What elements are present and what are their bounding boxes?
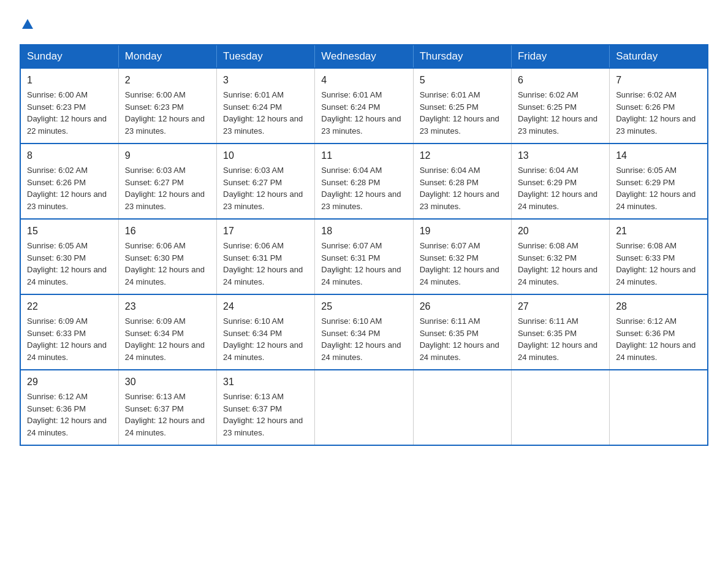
day-number: 10 [223,148,308,163]
day-info: Sunrise: 6:01 AMSunset: 6:24 PMDaylight:… [321,90,401,136]
calendar-day-cell: 20Sunrise: 6:08 AMSunset: 6:32 PMDayligh… [511,219,609,294]
day-info: Sunrise: 6:01 AMSunset: 6:25 PMDaylight:… [420,90,499,136]
day-number: 9 [125,148,210,163]
weekday-header-monday: Monday [118,45,216,68]
day-number: 8 [27,148,112,163]
day-info: Sunrise: 6:07 AMSunset: 6:32 PMDaylight:… [420,241,499,286]
weekday-header-tuesday: Tuesday [217,45,315,68]
weekday-header-row: SundayMondayTuesdayWednesdayThursdayFrid… [20,45,708,68]
day-info: Sunrise: 6:06 AMSunset: 6:31 PMDaylight:… [223,241,303,286]
weekday-header-saturday: Saturday [610,45,708,68]
day-number: 13 [518,148,603,163]
calendar-day-cell: 15Sunrise: 6:05 AMSunset: 6:30 PMDayligh… [20,219,118,294]
day-number: 1 [27,73,112,88]
weekday-header-friday: Friday [511,45,609,68]
calendar-day-cell: 26Sunrise: 6:11 AMSunset: 6:35 PMDayligh… [413,294,511,370]
empty-cell [511,370,609,445]
day-number: 15 [27,224,112,239]
day-number: 24 [223,299,308,314]
day-info: Sunrise: 6:10 AMSunset: 6:34 PMDaylight:… [321,316,401,362]
day-number: 21 [616,224,701,239]
day-info: Sunrise: 6:11 AMSunset: 6:35 PMDaylight:… [518,316,597,362]
day-info: Sunrise: 6:09 AMSunset: 6:33 PMDaylight:… [27,316,107,362]
day-info: Sunrise: 6:04 AMSunset: 6:28 PMDaylight:… [321,166,401,211]
day-info: Sunrise: 6:08 AMSunset: 6:33 PMDaylight:… [616,241,696,286]
day-number: 20 [518,224,603,239]
calendar-day-cell: 13Sunrise: 6:04 AMSunset: 6:29 PMDayligh… [511,144,609,219]
empty-cell [315,370,413,445]
day-info: Sunrise: 6:13 AMSunset: 6:37 PMDaylight:… [125,392,205,437]
day-number: 6 [518,73,603,88]
day-number: 16 [125,224,210,239]
calendar-day-cell: 3Sunrise: 6:01 AMSunset: 6:24 PMDaylight… [217,68,315,144]
calendar-day-cell: 9Sunrise: 6:03 AMSunset: 6:27 PMDaylight… [118,144,216,219]
svg-marker-0 [22,19,33,29]
calendar-day-cell: 1Sunrise: 6:00 AMSunset: 6:23 PMDaylight… [20,68,118,144]
weekday-header-sunday: Sunday [20,45,118,68]
day-number: 5 [420,73,505,88]
day-number: 25 [321,299,406,314]
day-info: Sunrise: 6:00 AMSunset: 6:23 PMDaylight:… [125,90,205,136]
calendar-day-cell: 5Sunrise: 6:01 AMSunset: 6:25 PMDaylight… [413,68,511,144]
day-info: Sunrise: 6:02 AMSunset: 6:25 PMDaylight:… [518,90,597,136]
calendar-day-cell: 27Sunrise: 6:11 AMSunset: 6:35 PMDayligh… [511,294,609,370]
calendar-day-cell: 16Sunrise: 6:06 AMSunset: 6:30 PMDayligh… [118,219,216,294]
calendar-day-cell: 23Sunrise: 6:09 AMSunset: 6:34 PMDayligh… [118,294,216,370]
calendar-day-cell: 6Sunrise: 6:02 AMSunset: 6:25 PMDaylight… [511,68,609,144]
calendar-day-cell: 7Sunrise: 6:02 AMSunset: 6:26 PMDaylight… [610,68,708,144]
calendar-day-cell: 4Sunrise: 6:01 AMSunset: 6:24 PMDaylight… [315,68,413,144]
day-info: Sunrise: 6:00 AMSunset: 6:23 PMDaylight:… [27,90,107,136]
calendar-day-cell: 17Sunrise: 6:06 AMSunset: 6:31 PMDayligh… [217,219,315,294]
day-number: 12 [420,148,505,163]
calendar-week-row: 29Sunrise: 6:12 AMSunset: 6:36 PMDayligh… [20,370,708,445]
day-number: 26 [420,299,505,314]
day-info: Sunrise: 6:01 AMSunset: 6:24 PMDaylight:… [223,90,303,136]
day-number: 7 [616,73,701,88]
day-info: Sunrise: 6:05 AMSunset: 6:29 PMDaylight:… [616,166,696,211]
day-info: Sunrise: 6:09 AMSunset: 6:34 PMDaylight:… [125,316,205,362]
day-info: Sunrise: 6:12 AMSunset: 6:36 PMDaylight:… [616,316,696,362]
day-number: 14 [616,148,701,163]
weekday-header-thursday: Thursday [413,45,511,68]
day-info: Sunrise: 6:04 AMSunset: 6:29 PMDaylight:… [518,166,597,211]
day-number: 23 [125,299,210,314]
day-number: 4 [321,73,406,88]
day-number: 29 [27,375,112,389]
calendar-day-cell: 10Sunrise: 6:03 AMSunset: 6:27 PMDayligh… [217,144,315,219]
calendar-week-row: 22Sunrise: 6:09 AMSunset: 6:33 PMDayligh… [20,294,708,370]
day-info: Sunrise: 6:11 AMSunset: 6:35 PMDaylight:… [420,316,499,362]
day-number: 3 [223,73,308,88]
day-info: Sunrise: 6:07 AMSunset: 6:31 PMDaylight:… [321,241,401,286]
calendar-week-row: 8Sunrise: 6:02 AMSunset: 6:26 PMDaylight… [20,144,708,219]
calendar-day-cell: 11Sunrise: 6:04 AMSunset: 6:28 PMDayligh… [315,144,413,219]
day-number: 30 [125,375,210,389]
day-number: 19 [420,224,505,239]
day-number: 27 [518,299,603,314]
calendar-day-cell: 29Sunrise: 6:12 AMSunset: 6:36 PMDayligh… [20,370,118,445]
calendar-day-cell: 31Sunrise: 6:13 AMSunset: 6:37 PMDayligh… [217,370,315,445]
empty-cell [413,370,511,445]
day-number: 28 [616,299,701,314]
calendar-day-cell: 30Sunrise: 6:13 AMSunset: 6:37 PMDayligh… [118,370,216,445]
calendar-day-cell: 25Sunrise: 6:10 AMSunset: 6:34 PMDayligh… [315,294,413,370]
day-info: Sunrise: 6:10 AMSunset: 6:34 PMDaylight:… [223,316,303,362]
day-info: Sunrise: 6:05 AMSunset: 6:30 PMDaylight:… [27,241,107,286]
calendar-day-cell: 24Sunrise: 6:10 AMSunset: 6:34 PMDayligh… [217,294,315,370]
day-info: Sunrise: 6:03 AMSunset: 6:27 PMDaylight:… [125,166,205,211]
calendar-day-cell: 28Sunrise: 6:12 AMSunset: 6:36 PMDayligh… [610,294,708,370]
day-number: 18 [321,224,406,239]
day-info: Sunrise: 6:06 AMSunset: 6:30 PMDaylight:… [125,241,205,286]
calendar-week-row: 15Sunrise: 6:05 AMSunset: 6:30 PMDayligh… [20,219,708,294]
calendar-day-cell: 12Sunrise: 6:04 AMSunset: 6:28 PMDayligh… [413,144,511,219]
calendar-table: SundayMondayTuesdayWednesdayThursdayFrid… [20,44,708,446]
weekday-header-wednesday: Wednesday [315,45,413,68]
page-header [20,15,708,33]
day-number: 31 [223,375,308,389]
day-number: 17 [223,224,308,239]
calendar-day-cell: 14Sunrise: 6:05 AMSunset: 6:29 PMDayligh… [610,144,708,219]
calendar-day-cell: 2Sunrise: 6:00 AMSunset: 6:23 PMDaylight… [118,68,216,144]
calendar-day-cell: 18Sunrise: 6:07 AMSunset: 6:31 PMDayligh… [315,219,413,294]
day-number: 22 [27,299,112,314]
logo-icon [21,18,34,31]
calendar-day-cell: 19Sunrise: 6:07 AMSunset: 6:32 PMDayligh… [413,219,511,294]
